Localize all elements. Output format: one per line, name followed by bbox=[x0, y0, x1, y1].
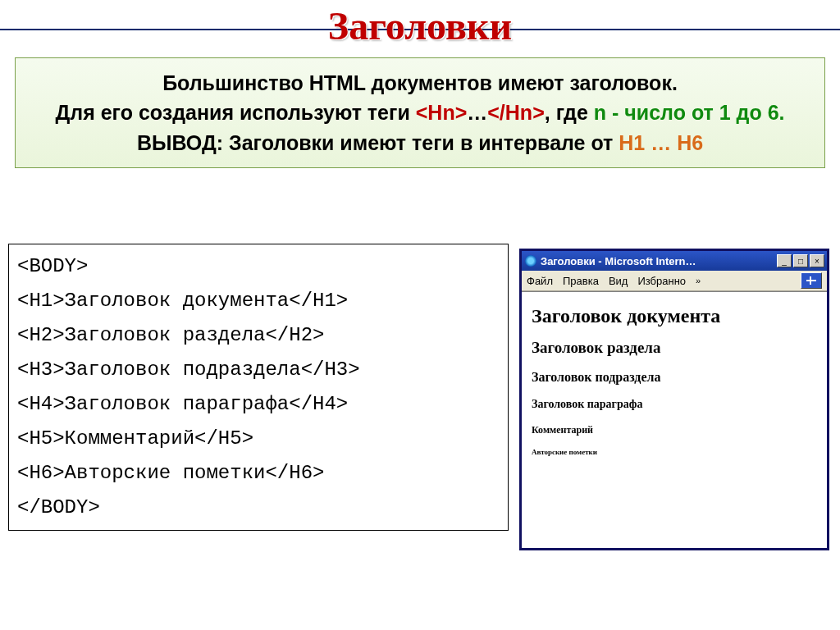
rendered-h1: Заголовок документа bbox=[532, 305, 817, 327]
slide: Заголовки Большинство HTML документов им… bbox=[0, 0, 840, 630]
explain-text: … bbox=[467, 101, 487, 124]
titlebar-left: Заголовки - Microsoft Intern… bbox=[525, 255, 696, 267]
explain-text: - число от 1 до 6. bbox=[606, 101, 784, 124]
minimize-button[interactable]: _ bbox=[777, 254, 792, 267]
code-line: <H5>Комментарий</H5> bbox=[17, 422, 500, 456]
window-controls: _ □ × bbox=[777, 254, 824, 267]
window-title-text: Заголовки - Microsoft Intern… bbox=[541, 255, 696, 267]
tag-open: <Hn> bbox=[416, 101, 468, 124]
code-line: <BODY> bbox=[17, 249, 500, 284]
explanation-box: Большинство HTML документов имеют заголо… bbox=[15, 57, 825, 168]
browser-menubar: Файл Правка Вид Избранно » bbox=[522, 271, 827, 291]
code-line: <H4>Заголовок параграфа</H4> bbox=[17, 387, 500, 422]
menu-edit[interactable]: Правка bbox=[563, 275, 599, 287]
chevron-right-icon[interactable]: » bbox=[696, 276, 701, 285]
tag-close: </Hn> bbox=[487, 101, 544, 124]
explain-text: , где bbox=[545, 101, 594, 124]
explain-text: : Заголовки имеют теги в интервале от bbox=[217, 131, 619, 154]
code-line: <H6>Авторские пометки</H6> bbox=[17, 456, 500, 491]
n-letter: n bbox=[594, 101, 606, 124]
explain-line-1: Большинство HTML документов имеют заголо… bbox=[29, 68, 811, 98]
close-button[interactable]: × bbox=[810, 254, 824, 267]
code-line: </BODY> bbox=[17, 491, 500, 525]
ie-icon bbox=[525, 255, 536, 267]
explain-line-3: ВЫВОД: Заголовки имеют теги в интервале … bbox=[29, 128, 811, 158]
browser-titlebar: Заголовки - Microsoft Intern… _ □ × bbox=[522, 251, 827, 271]
ie-throbber-icon bbox=[801, 272, 822, 289]
rendered-h4: Заголовок параграфа bbox=[532, 398, 817, 411]
explain-line-2: Для его создания используют теги <Hn>…</… bbox=[29, 98, 811, 127]
code-line: <H2>Заголовок раздела</H2> bbox=[17, 318, 500, 353]
rendered-h6: Авторские пометки bbox=[532, 448, 817, 456]
browser-window: Заголовки - Microsoft Intern… _ □ × Файл… bbox=[519, 249, 829, 550]
conclusion-label: ВЫВОД bbox=[137, 131, 217, 154]
menu-favorites[interactable]: Избранно bbox=[637, 275, 686, 287]
rendered-h3: Заголовок подраздела bbox=[532, 370, 817, 385]
explain-text: Для его создания используют теги bbox=[55, 101, 415, 124]
code-line: <H1>Заголовок документа</H1> bbox=[17, 284, 500, 318]
page-title: Заголовки bbox=[0, 3, 840, 48]
interval-text: H1 … H6 bbox=[619, 131, 703, 154]
explain-text: Большинство HTML документов имеют заголо… bbox=[162, 71, 678, 94]
code-example-box: <BODY> <H1>Заголовок документа</H1> <H2>… bbox=[8, 244, 509, 531]
menu-view[interactable]: Вид bbox=[609, 275, 628, 287]
browser-content: Заголовок документа Заголовок раздела За… bbox=[522, 291, 827, 548]
menu-file[interactable]: Файл bbox=[527, 275, 553, 287]
rendered-h5: Комментарий bbox=[532, 424, 817, 436]
maximize-button[interactable]: □ bbox=[793, 254, 808, 267]
code-line: <H3>Заголовок подраздела</H3> bbox=[17, 353, 500, 387]
rendered-h2: Заголовок раздела bbox=[532, 339, 817, 357]
svg-rect-1 bbox=[810, 276, 811, 285]
